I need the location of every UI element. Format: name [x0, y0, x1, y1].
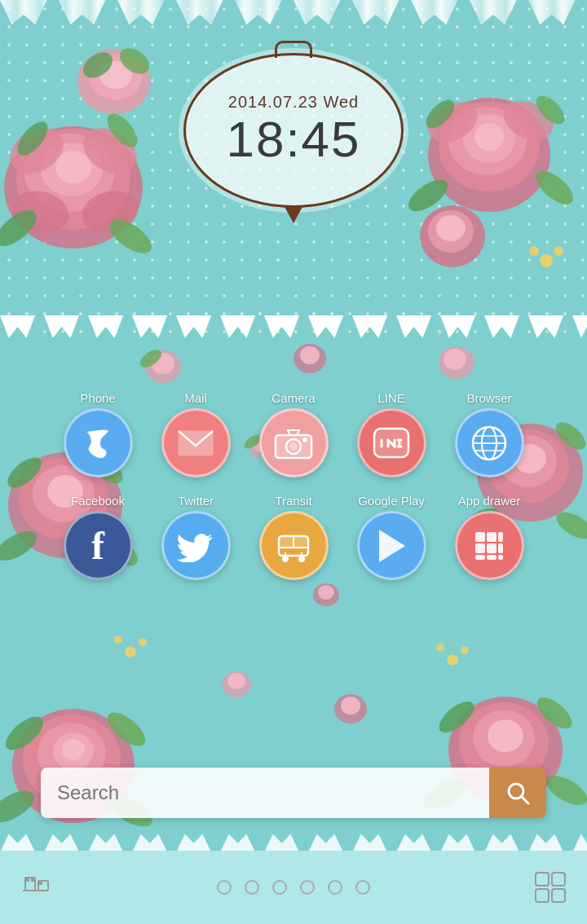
app-googleplay-icon[interactable]: [357, 511, 426, 580]
search-input[interactable]: [41, 768, 489, 818]
search-button[interactable]: [489, 768, 546, 818]
svg-point-84: [436, 644, 444, 652]
app-phone-label: Phone: [80, 391, 115, 405]
svg-point-115: [298, 556, 305, 562]
svg-point-31: [436, 215, 466, 241]
app-browser-label: Browser: [466, 391, 511, 405]
app-camera[interactable]: Camera: [259, 391, 329, 477]
app-line-icon[interactable]: [357, 408, 426, 477]
search-bar-container: [41, 768, 546, 818]
svg-point-22: [474, 123, 504, 151]
lace-section-divider: [0, 315, 587, 342]
svg-rect-121: [475, 532, 485, 542]
svg-rect-128: [487, 555, 497, 560]
app-twitter[interactable]: Twitter: [161, 494, 231, 580]
top-wallpaper-section: 2014.07.23 Wed 18:45: [0, 0, 587, 342]
app-twitter-icon[interactable]: [161, 511, 231, 580]
bottom-nav-bar: [0, 851, 587, 924]
svg-rect-139: [552, 873, 565, 886]
svg-point-114: [282, 556, 289, 562]
clock-widget: 2014.07.23 Wed 18:45: [179, 49, 408, 212]
nav-dot-1[interactable]: [217, 880, 232, 895]
app-camera-icon[interactable]: [259, 408, 329, 477]
svg-point-82: [447, 654, 458, 666]
app-twitter-label: Twitter: [178, 494, 214, 508]
svg-point-4: [55, 151, 91, 183]
svg-rect-140: [536, 889, 549, 902]
svg-line-131: [522, 797, 528, 803]
svg-point-34: [529, 246, 539, 256]
svg-point-49: [444, 349, 466, 370]
app-googleplay[interactable]: Google Play: [357, 494, 426, 580]
app-icon-grid: Phone Mail: [0, 391, 587, 580]
svg-rect-124: [475, 543, 485, 553]
svg-rect-129: [498, 555, 503, 560]
app-googleplay-label: Google Play: [358, 494, 425, 508]
svg-point-83: [461, 646, 469, 654]
svg-rect-138: [536, 873, 549, 886]
svg-point-96: [289, 442, 298, 451]
rose-decoration-right: [408, 24, 587, 301]
app-drawer[interactable]: App drawer: [455, 494, 524, 580]
nav-dot-3[interactable]: [272, 880, 287, 895]
app-facebook-icon[interactable]: f: [64, 511, 133, 580]
clock-date: 2014.07.23 Wed: [228, 93, 359, 112]
svg-point-97: [302, 438, 307, 442]
home-icon[interactable]: [16, 867, 57, 908]
app-line-label: LINE: [377, 391, 404, 405]
svg-point-62: [62, 739, 85, 760]
svg-rect-125: [487, 543, 497, 553]
svg-rect-137: [38, 881, 42, 885]
app-mail-icon[interactable]: [161, 408, 231, 477]
svg-point-80: [139, 638, 147, 646]
app-transit[interactable]: Transit: [259, 494, 329, 580]
lace-top-border: [0, 0, 587, 24]
app-browser-icon[interactable]: [455, 408, 524, 477]
svg-rect-133: [25, 878, 29, 882]
svg-point-78: [341, 697, 360, 715]
clock-time: 18:45: [226, 112, 360, 167]
nav-dot-2[interactable]: [245, 880, 259, 895]
svg-point-89: [318, 585, 334, 600]
app-transit-label: Transit: [275, 494, 311, 508]
app-row-1: Phone Mail: [64, 391, 524, 477]
nav-dot-5[interactable]: [328, 880, 342, 895]
svg-point-79: [125, 646, 136, 658]
app-line[interactable]: LINE: [357, 391, 426, 477]
svg-rect-123: [498, 532, 503, 542]
svg-point-70: [488, 719, 523, 752]
svg-rect-127: [475, 555, 485, 560]
app-phone-icon[interactable]: [64, 408, 133, 477]
svg-point-33: [554, 246, 563, 256]
svg-point-81: [114, 636, 122, 644]
nav-dots-container: [217, 880, 370, 895]
svg-marker-120: [379, 530, 405, 562]
nav-dot-6[interactable]: [355, 880, 370, 895]
app-drawer-icon[interactable]: [455, 511, 524, 580]
svg-rect-141: [552, 889, 565, 902]
nav-apps-icon[interactable]: [530, 867, 571, 908]
app-drawer-label: App drawer: [458, 494, 521, 508]
bottom-wallpaper-section: Phone Mail: [0, 342, 587, 924]
search-icon: [505, 781, 530, 805]
app-facebook[interactable]: Facebook f: [64, 494, 133, 580]
svg-rect-126: [498, 543, 503, 553]
app-camera-label: Camera: [271, 391, 315, 405]
app-mail-label: Mail: [184, 391, 207, 405]
app-facebook-label: Facebook: [71, 494, 125, 508]
app-transit-icon[interactable]: [259, 511, 329, 580]
svg-point-76: [227, 673, 245, 689]
svg-rect-122: [487, 532, 497, 542]
svg-rect-134: [31, 878, 35, 882]
app-mail[interactable]: Mail: [161, 391, 231, 477]
app-row-2: Facebook f Twitter Transit: [64, 494, 524, 580]
app-browser[interactable]: Browser: [455, 391, 524, 477]
nav-dot-4[interactable]: [300, 880, 315, 895]
rose-decoration-left: [0, 24, 179, 301]
nav-home-area[interactable]: [16, 867, 57, 908]
clock-frame: 2014.07.23 Wed 18:45: [183, 53, 404, 208]
app-phone[interactable]: Phone: [64, 391, 133, 477]
svg-point-32: [540, 254, 553, 267]
svg-marker-94: [288, 430, 299, 435]
svg-point-47: [300, 346, 320, 364]
